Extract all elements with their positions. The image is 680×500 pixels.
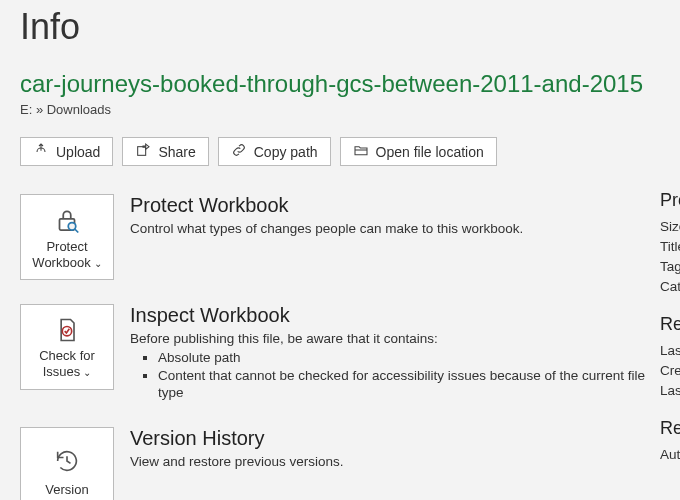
open-location-button[interactable]: Open file location <box>340 137 497 166</box>
protect-tile-label-2: Workbook <box>32 255 90 271</box>
check-tile-label-1: Check for <box>39 348 95 364</box>
prop-row: Size <box>660 219 680 234</box>
chevron-down-icon: ⌄ <box>94 259 102 269</box>
history-icon <box>53 444 81 478</box>
share-button[interactable]: Share <box>122 137 208 166</box>
upload-button[interactable]: Upload <box>20 137 113 166</box>
version-desc: View and restore previous versions. <box>130 454 660 469</box>
prop-row: Last <box>660 343 680 358</box>
version-history-button[interactable]: Version <box>20 427 114 500</box>
protect-workbook-button[interactable]: Protect Workbook ⌄ <box>20 194 114 280</box>
share-icon <box>135 142 151 161</box>
properties-panel: Pro Size Title Tags Cate Rel Last Crea L… <box>660 190 680 467</box>
file-path: E: » Downloads <box>20 102 660 117</box>
inspect-intro: Before publishing this file, be aware th… <box>130 331 660 346</box>
file-name: car-journeys-booked-through-gcs-between-… <box>20 70 660 98</box>
list-item: Content that cannot be checked for acces… <box>158 368 660 402</box>
action-toolbar: Upload Share Copy path <box>20 137 660 166</box>
list-item: Absolute path <box>158 350 660 367</box>
protect-tile-label-1: Protect <box>46 239 87 255</box>
chevron-down-icon: ⌄ <box>83 368 91 378</box>
svg-rect-0 <box>138 147 146 156</box>
version-tile-label: Version <box>45 482 88 498</box>
open-location-label: Open file location <box>376 144 484 160</box>
page-title: Info <box>20 6 660 48</box>
protect-desc: Control what types of changes people can… <box>130 221 660 236</box>
prop-row: Tags <box>660 259 680 274</box>
copy-path-button[interactable]: Copy path <box>218 137 331 166</box>
properties-heading: Pro <box>660 190 680 211</box>
folder-open-icon <box>353 142 369 161</box>
prop-row: Crea <box>660 363 680 378</box>
share-label: Share <box>158 144 195 160</box>
upload-icon <box>33 142 49 161</box>
prop-row: Title <box>660 239 680 254</box>
check-issues-button[interactable]: Check for Issues ⌄ <box>20 304 114 390</box>
upload-label: Upload <box>56 144 100 160</box>
version-heading: Version History <box>130 427 660 450</box>
prop-row: Cate <box>660 279 680 294</box>
check-tile-label-2: Issues <box>43 364 81 380</box>
inspect-issues-list: Absolute path Content that cannot be che… <box>130 350 660 402</box>
lock-icon <box>52 205 82 235</box>
prop-row: Auth <box>660 447 680 462</box>
related-dates-heading: Rel <box>660 314 680 335</box>
related-people-heading: Rel <box>660 418 680 439</box>
protect-heading: Protect Workbook <box>130 194 660 217</box>
document-check-icon <box>53 316 81 344</box>
link-icon <box>231 142 247 161</box>
inspect-heading: Inspect Workbook <box>130 304 660 327</box>
copy-path-label: Copy path <box>254 144 318 160</box>
prop-row: Last <box>660 383 680 398</box>
